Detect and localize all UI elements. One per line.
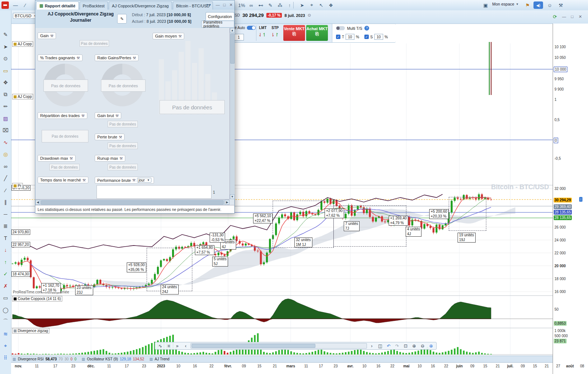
drawdown-section-header[interactable]: Drawdown max ⚒	[38, 155, 76, 162]
percent-scale-icon[interactable]: 1%	[237, 1, 246, 9]
window-minimize-icon[interactable]: —	[561, 14, 567, 20]
publish-icon[interactable]: ↑	[285, 1, 294, 9]
save-icon[interactable]: ▣	[481, 1, 490, 9]
tools-icon[interactable]: ⚒	[556, 1, 565, 9]
runup-section-header[interactable]: Runup max ⚒	[95, 155, 125, 162]
dialog-maximize-icon[interactable]: □	[221, 2, 228, 8]
wrench-icon[interactable]: ⚒	[70, 156, 73, 160]
fibonacci-icon[interactable]: ≣	[1, 222, 10, 230]
dialog-vertical-scrollbar[interactable]: ▲ ▼	[230, 28, 235, 199]
invite-user-icon[interactable]: ☺	[545, 1, 554, 9]
wrench-icon[interactable]: ⚒	[133, 56, 136, 60]
sound-icon[interactable]: ◀)	[533, 1, 543, 9]
horizontal-line-icon[interactable]: ─	[1, 210, 10, 219]
trendline-icon[interactable]: ╱	[1, 174, 10, 183]
configuration-tab[interactable]: Configuration	[206, 12, 234, 20]
window-maximize-icon[interactable]: □	[569, 14, 575, 20]
rectangle-icon[interactable]: ▭	[1, 293, 10, 302]
zoom-out-icon[interactable]: ⊖	[419, 343, 426, 349]
dialog-minimize-icon[interactable]: —	[214, 2, 221, 8]
zoom-select-icon[interactable]: ⊕	[427, 343, 435, 349]
stp-order-icons[interactable]: ⇂↾	[271, 32, 279, 38]
collapse-icon[interactable]: —	[11, 1, 20, 9]
zigzag-icon[interactable]: ∿	[1, 138, 10, 147]
menu-icon[interactable]: ≡	[165, 343, 172, 349]
stp-label[interactable]: STP	[272, 26, 279, 30]
perf-unit-select[interactable]: jour ▼	[137, 178, 151, 183]
zigzag-tool-icon[interactable]: ∿	[157, 343, 164, 349]
buy-arrow-icon[interactable]: ↑	[1, 258, 10, 267]
qty-auto-toggle[interactable]	[247, 26, 256, 30]
pane-legend[interactable]: AJ Copp	[12, 41, 33, 47]
t-checkbox[interactable]: ✓	[336, 35, 340, 39]
scroll-left-icon[interactable]: ‹	[182, 343, 189, 349]
dialog-close-icon[interactable]: ✕	[228, 2, 234, 8]
workspace-select[interactable]: Mon espace ▼	[492, 2, 519, 6]
scroll-right-icon[interactable]: ›	[368, 343, 375, 349]
duplicate-icon[interactable]: ⧉	[1, 90, 10, 99]
help-icon[interactable]: ?	[364, 26, 369, 31]
status-segment[interactable]: ▥Divergence RSI58,473703000	[13, 357, 76, 361]
chain-icon[interactable]: ⊶	[205, 1, 212, 8]
crosshair-icon[interactable]: ⌖	[307, 1, 316, 9]
arc-icon[interactable]: ⌒	[1, 317, 10, 326]
pencil-icon[interactable]: ✎	[1, 30, 10, 39]
wrench-icon[interactable]: ⚒	[81, 114, 85, 118]
scroll-left-icon[interactable]: ◀	[35, 200, 40, 205]
quantity-input[interactable]: 1	[234, 34, 244, 40]
wrench-icon[interactable]: ⚒	[115, 114, 119, 118]
alert-icon[interactable]: ◎	[1, 150, 10, 159]
wrench-icon[interactable]: ⚒	[119, 135, 122, 139]
zoom-icon[interactable]: ⊙	[1, 54, 10, 63]
export-chart-icon[interactable]: ◫	[377, 343, 384, 349]
s-checkbox[interactable]: ✓	[364, 35, 369, 39]
edit-strategy-button[interactable]: ✎	[117, 14, 127, 24]
move-icon[interactable]: ✥	[1, 78, 10, 87]
lmt-order-icons[interactable]: ⇃↿	[258, 32, 266, 38]
tab-1[interactable]: ▥Rapport détaillé	[36, 1, 79, 10]
expand-icon[interactable]: »	[174, 343, 181, 349]
palette-icon[interactable]: ❖	[326, 1, 335, 9]
undo-icon[interactable]: ↶	[385, 343, 392, 349]
chart-scrollbar[interactable]	[190, 343, 367, 349]
ellipse-icon[interactable]: ◯	[1, 306, 10, 314]
ruler-icon[interactable]: ▭	[1, 66, 10, 75]
target-icon[interactable]: ⌖	[1, 341, 10, 350]
status-segment[interactable]: ▥AJ Trend	[149, 357, 169, 361]
text-icon[interactable]: T	[1, 234, 10, 243]
wave-icon[interactable]: ≋	[1, 329, 10, 338]
sell-market-button[interactable]: Vente MKT ⎘	[283, 25, 305, 41]
snap-icon[interactable]: ↖	[317, 1, 326, 9]
scroll-thumb[interactable]	[230, 33, 235, 64]
cancel-icon[interactable]: ✗	[1, 282, 10, 290]
pane-legend[interactable]: Pr	[12, 183, 23, 188]
gain-moyen-section-header[interactable]: Gain moyen ⚒	[153, 33, 184, 39]
compare-icon[interactable]: ⊷	[256, 1, 265, 9]
t-value-input[interactable]: 10	[346, 34, 354, 40]
link-icon[interactable]: ∞	[1, 162, 10, 171]
wrench-icon[interactable]: ⚒	[132, 178, 136, 182]
presets-button[interactable]: Paramètres prédéfinis	[201, 21, 234, 28]
redo-icon[interactable]: ↷	[393, 343, 401, 349]
wrench-icon[interactable]: ⚒	[178, 34, 182, 38]
link-charts-icon[interactable]: ∞	[247, 1, 256, 9]
scroll-price-icon[interactable]: ↑	[579, 197, 582, 202]
wrench-icon[interactable]: ⚒	[83, 178, 86, 182]
buy-market-button[interactable]: Achat MKT ⎘	[306, 25, 328, 41]
zoom-fit-icon[interactable]: ⊡	[402, 343, 409, 349]
scroll-thumb[interactable]	[41, 200, 224, 205]
s-value-input[interactable]: 10	[374, 34, 383, 40]
temps-section-header[interactable]: Temps dans le marché ⚒	[38, 177, 88, 183]
time-axis[interactable]: nov.111723déc.1117232023101622févr.09152…	[11, 362, 553, 374]
sell-arrow-icon[interactable]: ↓	[1, 246, 10, 254]
pattern-icon[interactable]: ▨	[1, 114, 10, 123]
gain-section-header[interactable]: Gain ⚒	[38, 32, 56, 39]
scroll-right-icon[interactable]: ▶	[225, 200, 230, 205]
tab-2[interactable]: ProBacktest	[80, 1, 108, 10]
gain-brut-section-header[interactable]: Gain brut ⚒	[95, 112, 121, 119]
repartition-section-header[interactable]: Répartition des trades ⚒	[38, 112, 87, 119]
coppock-legend[interactable]: Courbe Coppock (14 11 6)	[12, 296, 62, 301]
scroll-down-icon[interactable]: ▼	[230, 194, 235, 199]
multi-ts-toggle[interactable]	[336, 26, 345, 30]
zoom-in-icon[interactable]: ⊕	[410, 343, 418, 349]
